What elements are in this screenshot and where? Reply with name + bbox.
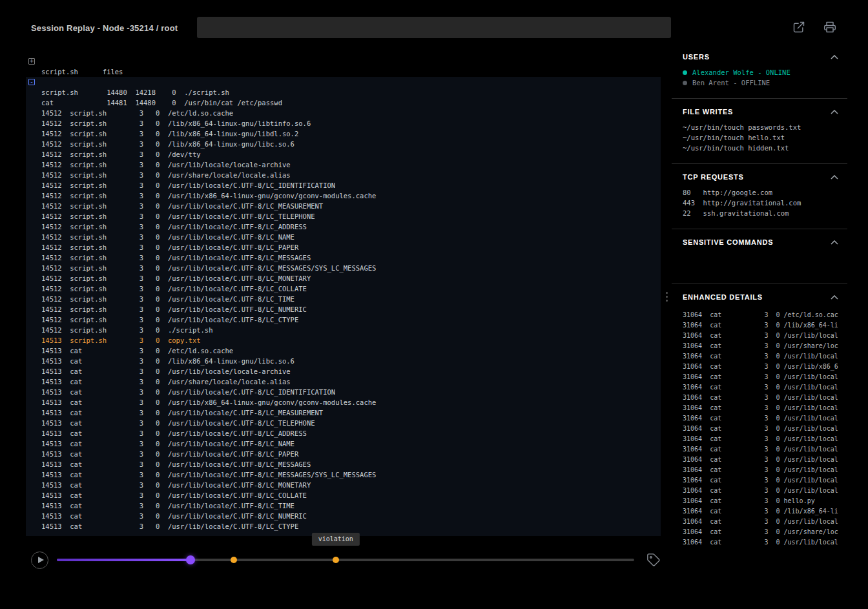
enhanced-detail-row: 31064 cat 3 0 /usr/share/loca [683, 527, 838, 537]
process-line: cat 14481 14480 0 /usr/bin/cat /etc/pass… [26, 98, 661, 108]
syscall-row: 14513 cat 3 0 /usr/lib/locale/C.UTF-8/LC… [26, 439, 661, 449]
enhanced-detail-row: 31064 cat 3 0 /usr/lib/locale [683, 486, 838, 496]
chevron-up-icon [831, 295, 838, 300]
file-writes-list: ~/usr/bin/touch passwords.txt ~/usr/bin/… [683, 122, 838, 153]
file-write-item: ~/usr/bin/touch hidden.txt [683, 143, 838, 153]
panel-resize-handle[interactable] [664, 290, 669, 307]
export-button[interactable] [792, 21, 806, 35]
syscall-row: 14512 script.sh 3 0 /usr/lib/locale/C.UT… [26, 232, 661, 242]
user-item: Alexander Wolfe - ONLINE [683, 67, 838, 77]
syscall-rows: 14512 script.sh 3 0 /etc/ld.so.cache 145… [26, 108, 661, 532]
tcp-requests-panel: TCP REQUESTS 80 http://google.com 443 ht… [672, 164, 847, 229]
syscall-row: 14513 cat 3 0 /usr/lib/locale/C.UTF-8/LC… [26, 428, 661, 439]
syscall-row: 14512 script.sh 3 0 /usr/lib/locale/C.UT… [26, 284, 661, 294]
user-name: Alexander Wolfe - ONLINE [692, 67, 790, 77]
tag-button[interactable] [645, 552, 662, 569]
syscall-row: 14513 cat 3 0 /usr/lib/locale/C.UTF-8/LC… [26, 387, 661, 397]
users-panel-header[interactable]: USERS [683, 52, 838, 62]
syscall-row: 14513 cat 3 0 /usr/lib/locale/C.UTF-8/LC… [26, 480, 661, 490]
syscall-row: 14512 script.sh 3 0 ./script.sh [26, 325, 661, 335]
panel-title: ENHANCED DETAILS [683, 293, 763, 301]
chevron-up-icon [831, 55, 838, 59]
panel-title: FILE WRITES [683, 108, 733, 116]
tcp-requests-panel-header[interactable]: TCP REQUESTS [683, 172, 838, 182]
enhanced-detail-row: 31064 cat 3 0 /usr/lib/x86_64 [683, 362, 838, 372]
details-sidebar: USERS Alexander Wolfe - ONLINE Ben Arent… [672, 52, 847, 558]
tcp-request-item: 443 http://gravitational.com [683, 198, 838, 208]
sensitive-command-item: touchpasswords.txt [683, 253, 838, 263]
file-write-item: ~/usr/bin/touch hello.txt [683, 132, 838, 143]
syscall-row: 14512 script.sh 3 0 /usr/lib/locale/C.UT… [26, 222, 661, 232]
panel-title: TCP REQUESTS [683, 173, 744, 181]
syscall-row: 14512 script.sh 3 0 /lib/x86_64-linux-gn… [26, 118, 661, 129]
syscall-row: 14513 cat 3 0 /usr/lib/x86_64-linux-gnu/… [26, 397, 661, 408]
topbar: Session Replay - Node -35214 / root [0, 0, 868, 43]
chevron-up-icon [831, 110, 838, 114]
syscall-row: 14512 script.sh 3 0 /lib/x86_64-linux-gn… [26, 129, 661, 139]
enhanced-detail-row: 31064 cat 3 0 /usr/lib/locale [683, 351, 838, 362]
violation-marker[interactable] [231, 557, 237, 563]
enhanced-detail-row: 31064 cat 3 0 /usr/lib/locale [683, 517, 838, 527]
user-status-dot [683, 81, 687, 85]
syscall-row: 14513 cat 3 0 /usr/lib/locale/C.UTF-8/LC… [26, 449, 661, 459]
violation-tooltip: violation [312, 533, 360, 546]
enhanced-detail-row: 31064 cat 3 0 /usr/lib/locale [683, 372, 838, 382]
enhanced-detail-row: 31064 cat 3 0 hello.py [683, 496, 838, 506]
enhanced-details-list: 31064 cat 3 0 /etc/ld.so.cach 31064 cat … [683, 310, 838, 548]
session-replay-app: Session Replay - Node -35214 / root +ls … [0, 0, 868, 609]
enhanced-detail-row: 31064 cat 3 0 /usr/lib/locale [683, 455, 838, 465]
syscall-row: 14513 cat 3 0 /usr/lib/locale/C.UTF-8/LC… [26, 418, 661, 428]
syscall-row: 14512 script.sh 3 0 /usr/share/locale/lo… [26, 170, 661, 180]
enhanced-details-panel-header[interactable]: ENHANCED DETAILS [683, 292, 838, 302]
violation-marker[interactable] [333, 557, 339, 563]
syscall-row: 14513 cat 3 0 /etc/ld.so.cache [26, 346, 661, 356]
syscall-row: 14513 cat 3 0 /usr/lib/locale/C.UTF-8/LC… [26, 408, 661, 418]
tcp-request-item: 22 ssh.gravitational.com [683, 208, 838, 218]
panel-title: USERS [683, 53, 710, 61]
enhanced-details-panel: ENHANCED DETAILS 31064 cat 3 0 /etc/ld.s… [672, 284, 847, 558]
users-list: Alexander Wolfe - ONLINE Ben Arent - OFF… [683, 67, 838, 88]
slider-fill [57, 559, 191, 561]
syscall-row: 14512 script.sh 3 0 /lib/x86_64-linux-gn… [26, 139, 661, 149]
syscall-row: 14512 script.sh 3 0 /usr/lib/locale/C.UT… [26, 242, 661, 253]
expand-icon[interactable]: + [28, 58, 35, 65]
enhanced-detail-row: 31064 cat 3 0 /usr/lib/locale [683, 434, 838, 444]
collapse-icon[interactable]: - [28, 79, 35, 85]
collapsed-command-line: +ls [26, 56, 661, 67]
session-terminal: +ls script.sh files -./script.sh script.… [26, 56, 661, 536]
syscall-row: 14512 script.sh 3 0 /etc/ld.so.cache [26, 108, 661, 118]
printer-icon [823, 21, 836, 34]
syscall-row: 14513 cat 3 0 /usr/lib/locale/C.UTF-8/LC… [26, 501, 661, 511]
toolbar-input[interactable] [197, 17, 671, 38]
file-writes-panel-header[interactable]: FILE WRITES [683, 107, 838, 117]
syscall-row: 14512 script.sh 3 0 /usr/lib/locale/C.UT… [26, 201, 661, 211]
enhanced-detail-row: 31064 cat 3 0 /usr/lib/locale [683, 382, 838, 393]
syscall-row: 14513 cat 3 0 /usr/lib/locale/C.UTF-8/LC… [26, 511, 661, 521]
enhanced-detail-row: 31064 cat 3 0 /usr/lib/locale [683, 465, 838, 475]
enhanced-detail-row: 31064 cat 3 0 /usr/lib/locale [683, 475, 838, 486]
syscall-row: 14512 script.sh 3 0 /usr/lib/locale/C.UT… [26, 273, 661, 284]
timeline-slider[interactable]: violation [57, 558, 634, 562]
sensitive-command-item: copypasswords.txt [683, 263, 838, 273]
play-icon [38, 557, 44, 563]
sensitive-commands-panel-header[interactable]: SENSITIVE COMMANDS [683, 237, 838, 247]
export-icon [792, 21, 805, 34]
file-writes-panel: FILE WRITES ~/usr/bin/touch passwords.tx… [672, 99, 847, 164]
syscall-row: 14513 cat 3 0 /usr/lib/locale/locale-arc… [26, 366, 661, 377]
process-lines: script.sh 14480 14218 0 ./script.sh cat … [26, 87, 661, 108]
syscall-row: 14513 cat 3 0 /usr/share/locale/locale.a… [26, 377, 661, 387]
syscall-row: 14512 script.sh 3 0 /usr/lib/locale/C.UT… [26, 180, 661, 191]
syscall-row: 14513 script.sh 3 0 copy.txt [26, 335, 661, 346]
syscall-row: 14513 cat 3 0 /lib/x86_64-linux-gnu/libc… [26, 356, 661, 366]
syscall-row: 14512 script.sh 3 0 /usr/lib/x86_64-linu… [26, 191, 661, 201]
slider-thumb[interactable] [186, 555, 195, 564]
expanded-command-block: -./script.sh script.sh 14480 14218 0 ./s… [26, 77, 661, 536]
play-button[interactable] [31, 552, 48, 569]
syscall-row: 14512 script.sh 3 0 /usr/lib/locale/C.UT… [26, 315, 661, 325]
process-line: script.sh 14480 14218 0 ./script.sh [26, 87, 661, 98]
syscall-row: 14513 cat 3 0 /usr/lib/locale/C.UTF-8/LC… [26, 459, 661, 470]
print-button[interactable] [823, 21, 837, 35]
chevron-up-icon [831, 175, 838, 180]
syscall-row: 14512 script.sh 3 0 /usr/lib/locale/loca… [26, 160, 661, 170]
tcp-requests-list: 80 http://google.com 443 http://gravitat… [683, 187, 838, 218]
